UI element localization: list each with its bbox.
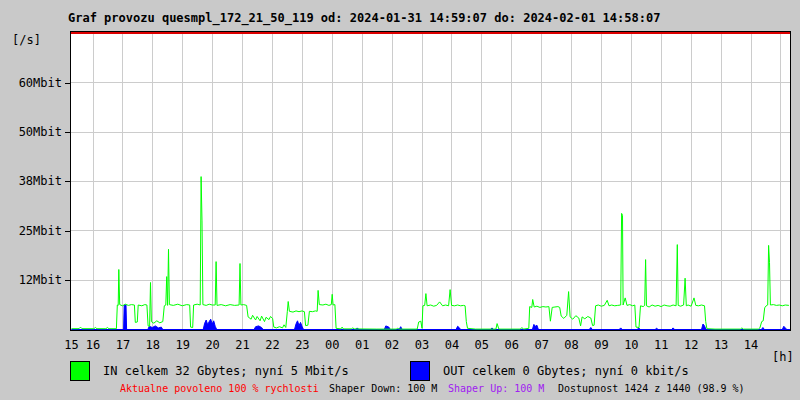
footer-shaper-up: Shaper Up: 100 M (448, 383, 544, 395)
x-axis-unit-label: [h] (772, 350, 794, 364)
x-axis-label: 23 (290, 339, 314, 352)
out-traffic-area (72, 305, 790, 330)
graph-title: Graf provozu quesmpl_172_21_50_119 od: 2… (68, 11, 660, 25)
legend-in-label: IN celkem 32 Gbytes; nyní 5 Mbit/s (103, 364, 349, 378)
plot-svg (71, 32, 790, 330)
x-axis-label: 16 (81, 339, 105, 352)
x-axis-label: 14 (739, 339, 763, 352)
x-axis-label: 01 (350, 339, 374, 352)
y-axis-label: 50Mbit (0, 126, 62, 139)
x-axis-label: 15 (60, 339, 84, 352)
x-axis-label: 13 (709, 339, 733, 352)
in-traffic-line (72, 177, 789, 330)
x-axis-label: 19 (171, 339, 195, 352)
y-axis-label: 25Mbit (0, 225, 62, 238)
y-axis-label: 60Mbit (0, 77, 62, 90)
traffic-graph-page: Graf provozu quesmpl_172_21_50_119 od: 2… (0, 0, 800, 400)
footer-shaper-down: Shaper Down: 100 M (329, 383, 437, 395)
y-axis-label: 12Mbit (0, 274, 62, 287)
legend-out-swatch (410, 361, 430, 381)
plot-area (70, 31, 791, 331)
y-axis-tick (65, 280, 70, 281)
y-axis-tick (65, 231, 70, 232)
legend-in-swatch (70, 361, 90, 381)
x-axis-label: 12 (679, 339, 703, 352)
y-axis-tick (65, 83, 70, 84)
x-axis-label: 20 (201, 339, 225, 352)
y-axis-unit-label: [/s] (12, 33, 41, 47)
x-axis-label: 18 (141, 339, 165, 352)
limit-line (71, 32, 790, 34)
y-axis-label: 38Mbit (0, 175, 62, 188)
x-axis-label: 07 (530, 339, 554, 352)
x-axis-label: 08 (560, 339, 584, 352)
y-axis-tick (65, 181, 70, 182)
x-axis-label: 04 (440, 339, 464, 352)
x-axis-label: 05 (470, 339, 494, 352)
x-axis-label: 21 (231, 339, 255, 352)
x-axis-label: 09 (589, 339, 613, 352)
x-axis-label: 10 (619, 339, 643, 352)
x-axis-label: 17 (111, 339, 135, 352)
x-axis-label: 11 (649, 339, 673, 352)
x-axis-label: 22 (260, 339, 284, 352)
x-axis-label: 06 (500, 339, 524, 352)
footer-availability: Dostupnost 1424 z 1440 (98.9 %) (558, 383, 745, 395)
y-axis-tick (65, 132, 70, 133)
x-axis-label: 03 (410, 339, 434, 352)
footer-allowed-speed: Aktualne povoleno 100 % rychlosti (120, 383, 319, 395)
legend-out-label: OUT celkem 0 Gbytes; nyní 0 kbit/s (443, 364, 689, 378)
x-axis-label: 00 (320, 339, 344, 352)
x-axis-label: 02 (380, 339, 404, 352)
